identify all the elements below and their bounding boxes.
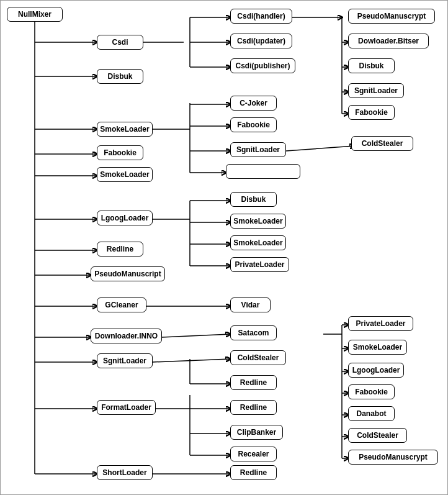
node-fabookie2: Fabookie	[230, 117, 277, 132]
node-pseudomanuscrypt3: PseudoManuscrypt	[348, 9, 435, 24]
node-sgnitloader1: SgnitLoader	[97, 353, 153, 368]
node-csdi-updater: Csdi(updater)	[230, 34, 292, 48]
svg-line-31	[286, 146, 354, 151]
node-pseudomanuscript1: PseudoManuscript	[91, 266, 165, 281]
node-disbuk3: Disbuk	[348, 58, 395, 73]
node-smokeloader1: SmokeLoader	[97, 122, 153, 137]
node-shortloader: ShortLoader	[97, 465, 153, 480]
node-privateloader1: PrivateLoader	[230, 257, 289, 272]
node-pseudomanuscrypt4: PseudoManuscrypt	[348, 450, 438, 465]
node-coldstealer3: ColdStealer	[348, 428, 407, 443]
node-gcleaner: GCleaner	[97, 297, 146, 312]
diagram: NullMixer Csdi Disbuk SmokeLoader Fabook…	[0, 0, 448, 495]
node-satacom: Satacom	[230, 325, 277, 340]
node-redline2: Redline	[230, 375, 277, 390]
node-danabot: Danabot	[348, 406, 395, 421]
node-coldstealer2: ColdStealer	[351, 136, 413, 151]
node-smokeloader3: SmokeLoader	[230, 214, 286, 229]
node-privateloader2: PrivateLoader	[348, 316, 413, 331]
node-smokeloader5: SmokeLoader	[348, 340, 407, 355]
node-clipbanker: ClipBanker	[230, 425, 283, 440]
node-csdi-publisher: Csdi(publisher)	[230, 58, 295, 73]
node-redline4: Redline	[230, 465, 277, 480]
node-fabookie1: Fabookie	[97, 145, 143, 160]
node-sgnitloader2: SgnitLoader	[230, 142, 286, 157]
node-disbuk2: Disbuk	[230, 192, 277, 207]
node-pseudomanuscrypt2	[226, 164, 300, 179]
svg-line-39	[162, 334, 230, 337]
node-nullmixer: NullMixer	[7, 7, 63, 22]
node-csdi: Csdi	[97, 35, 143, 50]
node-lgoogloader: LgoogLoader	[97, 211, 153, 225]
node-vidar: Vidar	[230, 297, 271, 312]
node-sgnitloader3: SgnitLoader	[348, 83, 404, 98]
node-redline1: Redline	[97, 242, 143, 257]
node-coldstealer1: ColdStealer	[230, 350, 286, 365]
node-smokeloader2: SmokeLoader	[97, 167, 153, 182]
node-smokeloader4: SmokeLoader	[230, 235, 286, 250]
node-lgoogloader2: LgoogLoader	[348, 363, 404, 378]
node-downloader-bitser: Dowloader.Bitser	[348, 34, 429, 48]
node-fabookie4: Fabookie	[348, 384, 395, 399]
node-fabookie3: Fabookie	[348, 105, 395, 120]
node-disbuk1: Disbuk	[97, 69, 143, 84]
node-csdi-handler: Csdi(handler)	[230, 9, 292, 24]
node-cjoker: C-Joker	[230, 96, 277, 111]
node-formatloader: FormatLoader	[97, 400, 156, 415]
svg-line-49	[153, 359, 230, 362]
node-downloader-inno: Downloader.INNO	[91, 329, 162, 343]
node-recealer: Recealer	[230, 447, 277, 461]
node-redline3: Redline	[230, 400, 277, 415]
